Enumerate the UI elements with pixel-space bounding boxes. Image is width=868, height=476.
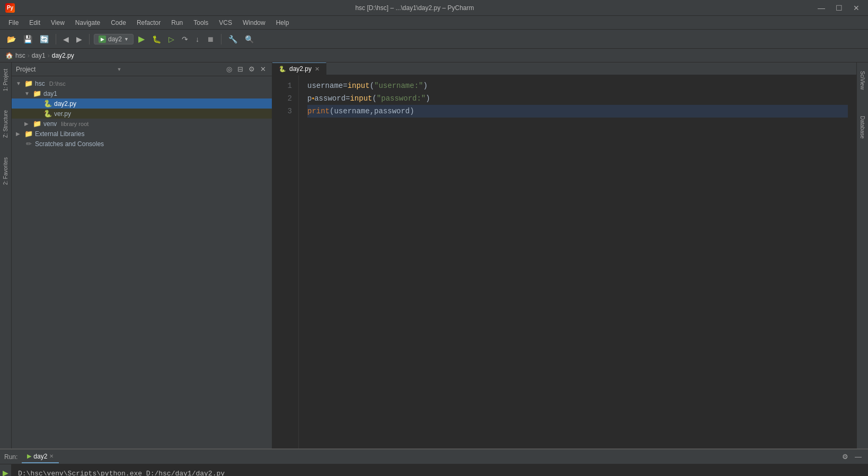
dropdown-icon: ▼: [117, 67, 122, 72]
console-line-cmd: D:\hsc\venv\Scripts\python.exe D:/hsc/da…: [18, 469, 862, 476]
back-btn[interactable]: ◀: [60, 34, 72, 44]
menu-refactor[interactable]: Refactor: [132, 18, 165, 28]
settings-icon-run[interactable]: ⚙: [840, 452, 851, 462]
console-output[interactable]: D:\hsc\venv\Scripts\python.exe D:/hsc/da…: [12, 464, 868, 476]
breadcrumb-hsc[interactable]: hsc: [15, 52, 25, 59]
menu-run[interactable]: Run: [167, 18, 187, 28]
run-controls: ▶ ▲ ⏹ ▼ ⟳ ≡ ↩ 🗑 📌: [0, 464, 12, 476]
breadcrumb-day1[interactable]: day1: [32, 52, 46, 59]
bottom-panel-header: Run: ▶ day2 ✕ ⚙ —: [0, 450, 868, 464]
code-editor[interactable]: 1 2 3 username=input("username:") p●assw…: [272, 75, 856, 448]
tree-item-day1[interactable]: ▼ 📁 day1: [12, 88, 272, 98]
editor-tabs: 🐍 day2.py ✕: [272, 62, 856, 75]
minimize-panel-btn[interactable]: —: [853, 452, 864, 462]
tree-item-hsc[interactable]: ▼ 📁 hsc D:\hsc: [12, 78, 272, 88]
code-line-2: p●assword=input("password:"): [307, 92, 848, 105]
right-tab-database[interactable]: Database: [858, 112, 866, 143]
debug-btn[interactable]: 🐛: [149, 34, 164, 44]
save-btn[interactable]: 💾: [21, 34, 35, 44]
menu-help[interactable]: Help: [272, 18, 294, 28]
right-tabs: SciView Database: [856, 62, 868, 448]
collapse-icon[interactable]: ⊟: [236, 65, 245, 74]
left-tab-project[interactable]: 1: Project: [2, 65, 10, 95]
sync-btn[interactable]: 🔄: [37, 34, 51, 44]
project-panel: Project ▼ ◎ ⊟ ⚙ ✕ ▼ 📁 hsc D:\hsc ▼ 📁 day…: [12, 62, 272, 448]
maximize-btn[interactable]: ☐: [832, 3, 846, 13]
line-numbers: 1 2 3: [272, 75, 299, 448]
bottom-controls: ⚙ —: [840, 452, 864, 462]
menu-tools[interactable]: Tools: [189, 18, 212, 28]
search-btn[interactable]: 🔍: [242, 34, 256, 44]
title-text: hsc [D:\hsc] – ...\day1\day2.py – PyChar…: [15, 4, 814, 12]
tree-item-verpy[interactable]: ▶ 🐍 ver.py: [12, 109, 272, 119]
run-play-btn[interactable]: ▶: [3, 469, 8, 476]
menu-window[interactable]: Window: [238, 18, 270, 28]
bottom-content: ▶ ▲ ⏹ ▼ ⟳ ≡ ↩ 🗑 📌 D:\hsc\venv\Scripts\py…: [0, 464, 868, 476]
settings-icon[interactable]: ⚙: [247, 65, 256, 74]
menu-code[interactable]: Code: [107, 18, 130, 28]
close-btn[interactable]: ✕: [850, 3, 863, 13]
menu-navigate[interactable]: Navigate: [71, 18, 104, 28]
bottom-panel: Run: ▶ day2 ✕ ⚙ — ▶ ▲ ⏹ ▼ ⟳ ≡ ↩ 🗑 📌 D:\h…: [0, 448, 868, 476]
title-bar: Py hsc [D:\hsc] – ...\day1\day2.py – PyC…: [0, 0, 868, 16]
left-tabs: 1: Project Z: Structure 2: Favorites: [0, 62, 12, 448]
main-content: 1: Project Z: Structure 2: Favorites Pro…: [0, 62, 868, 448]
tree-item-external-libraries[interactable]: ▶ 📁 External Libraries: [12, 129, 272, 139]
run-tab-day2[interactable]: ▶ day2 ✕: [22, 451, 59, 463]
run-label: Run:: [4, 453, 17, 461]
right-tab-sciview[interactable]: SciView: [858, 67, 866, 94]
separator1: [56, 34, 56, 44]
stop-btn[interactable]: ⏹: [204, 34, 217, 44]
project-panel-header: Project ▼ ◎ ⊟ ⚙ ✕: [12, 62, 272, 76]
wrench-btn[interactable]: 🔧: [226, 34, 240, 44]
run-config-dropdown[interactable]: ▶ day2 ▼: [94, 34, 134, 44]
left-tab-structure[interactable]: Z: Structure: [2, 106, 10, 142]
project-tree: ▼ 📁 hsc D:\hsc ▼ 📁 day1 ▶ 🐍 day2.py ▶ 🐍 …: [12, 76, 272, 448]
forward-btn[interactable]: ▶: [74, 34, 85, 44]
menu-file[interactable]: File: [4, 18, 23, 28]
separator2: [89, 34, 90, 44]
step-into-btn[interactable]: ↓: [193, 34, 202, 44]
code-line-1: username=input("username:"): [307, 79, 848, 92]
tree-item-day2py[interactable]: ▶ 🐍 day2.py: [12, 98, 272, 109]
open-btn[interactable]: 📂: [4, 34, 19, 44]
separator3: [221, 34, 222, 44]
breadcrumb: 🏠 hsc › day1 › day2.py: [0, 49, 868, 62]
breadcrumb-home-icon: 🏠: [5, 52, 13, 59]
code-line-3: print(username,password): [307, 105, 848, 118]
editor-area: 🐍 day2.py ✕ 1 2 3 username=input("userna…: [272, 62, 856, 448]
left-tab-favorites[interactable]: 2: Favorites: [2, 153, 10, 189]
menu-bar: FileEditViewNavigateCodeRefactorRunTools…: [0, 16, 868, 30]
minimize-btn[interactable]: —: [814, 3, 828, 13]
close-panel-icon[interactable]: ✕: [259, 65, 268, 74]
locate-icon[interactable]: ◎: [225, 65, 234, 74]
menu-view[interactable]: View: [47, 18, 69, 28]
step-over-btn[interactable]: ↷: [179, 34, 191, 44]
menu-edit[interactable]: Edit: [25, 18, 45, 28]
toolbar: 📂 💾 🔄 ◀ ▶ ▶ day2 ▼ ▶ 🐛 ▷ ↷ ↓ ⏹ 🔧 🔍: [0, 30, 868, 49]
tree-item-scratches[interactable]: ▶ ✏ Scratches and Consoles: [12, 139, 272, 149]
panel-title: Project: [16, 66, 115, 73]
run-with-coverage-btn[interactable]: ▷: [166, 34, 177, 44]
run-btn[interactable]: ▶: [136, 33, 147, 45]
breadcrumb-day2py[interactable]: day2.py: [52, 52, 74, 59]
tree-item-venv[interactable]: ▶ 📁 venv library root: [12, 119, 272, 129]
menu-vcs[interactable]: VCS: [215, 18, 236, 28]
app-logo: Py: [5, 3, 15, 13]
editor-tab-day2py[interactable]: 🐍 day2.py ✕: [272, 62, 326, 75]
code-content[interactable]: username=input("username:") p●assword=in…: [299, 75, 856, 448]
